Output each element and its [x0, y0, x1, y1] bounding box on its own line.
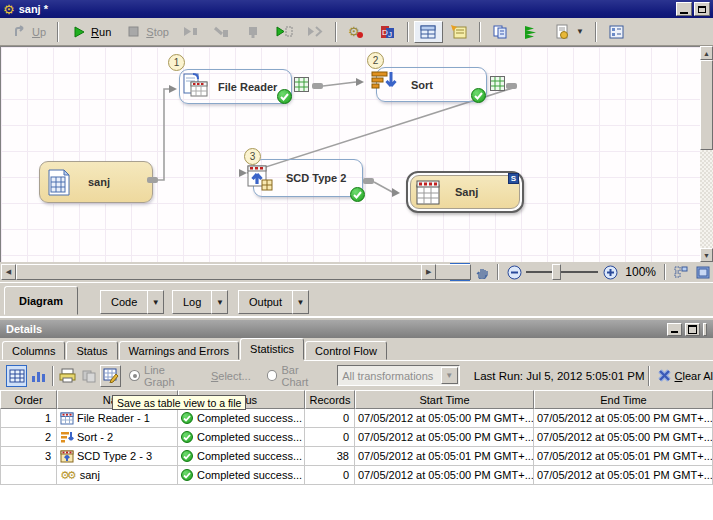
save-table-view-button[interactable]: [100, 365, 121, 387]
schedule-button[interactable]: ⚙: [342, 21, 371, 43]
scroll-up-button[interactable]: ▲: [700, 46, 713, 60]
pan-hand-button[interactable]: [472, 263, 492, 281]
clear-all-button[interactable]: Clear Al: [658, 369, 713, 382]
zoom-out-button[interactable]: [504, 263, 524, 281]
tab-control-flow[interactable]: Control Flow: [305, 341, 387, 360]
tab-warnings-and-errors[interactable]: Warnings and Errors: [119, 341, 239, 360]
copy-report-button[interactable]: [486, 21, 515, 43]
sort-row-icon: [60, 431, 74, 444]
properties-button[interactable]: [602, 21, 631, 43]
tab-diagram[interactable]: Diagram: [4, 286, 78, 315]
tab-code[interactable]: Code: [100, 290, 148, 314]
zoom-slider[interactable]: [526, 263, 598, 281]
fit-to-window-button[interactable]: [693, 263, 713, 281]
statistics-toolbar: Line Graph Select... Bar Chart All trans…: [0, 360, 713, 390]
copy-button[interactable]: [78, 365, 99, 387]
new-note-icon: [451, 24, 468, 40]
diagram-horizontal-scrollbar[interactable]: ◀ ▶: [1, 264, 436, 280]
node-order-badge: 3: [244, 148, 261, 165]
details-panel-header[interactable]: Details: [0, 318, 713, 338]
scd-row-icon: [60, 450, 74, 463]
col-records[interactable]: Records: [305, 390, 355, 409]
horizontal-scroll-thumb[interactable]: [16, 264, 471, 280]
tab-status[interactable]: Status: [66, 341, 117, 360]
overview-button[interactable]: [671, 263, 691, 281]
tab-columns[interactable]: Columns: [2, 341, 65, 360]
line-graph-label: Line Graph: [144, 364, 197, 388]
table-row[interactable]: 3 SCD Type 2 - 3 Completed success... 38…: [0, 447, 713, 466]
step-over-icon: [183, 24, 200, 40]
run-button[interactable]: Run: [64, 21, 117, 43]
file-reader-icon: [183, 72, 209, 99]
tab-output[interactable]: Output: [238, 290, 293, 314]
table-row[interactable]: ⚙⚙ sanj Completed success... 0 07/05/201…: [0, 466, 713, 485]
export-dropdown-caret[interactable]: ▼: [576, 27, 584, 36]
col-end-time[interactable]: End Time: [534, 390, 713, 409]
schedule-gear-icon: ⚙: [348, 24, 365, 40]
node-label: File Reader: [214, 81, 277, 93]
details-close-button[interactable]: [703, 323, 707, 336]
transformations-dropdown[interactable]: All transformations ▼: [337, 365, 460, 386]
details-maximize-button[interactable]: [685, 323, 700, 336]
details-minimize-button[interactable]: [667, 323, 682, 336]
target-table-icon: [416, 180, 441, 206]
run-parallel-button[interactable]: [517, 21, 546, 43]
node-order-badge: 2: [367, 52, 384, 69]
run-selected-button[interactable]: [270, 21, 299, 43]
stop-button[interactable]: Stop: [119, 21, 175, 43]
zoom-in-button[interactable]: [600, 263, 620, 281]
col-start-time[interactable]: Start Time: [355, 390, 534, 409]
grid-view-button[interactable]: [414, 21, 443, 43]
tab-code-dropdown[interactable]: ▼: [147, 290, 164, 314]
print-button[interactable]: [57, 365, 78, 387]
tab-log-dropdown[interactable]: ▼: [211, 290, 228, 314]
tab-statistics[interactable]: Statistics: [240, 338, 304, 360]
minimize-button[interactable]: [676, 2, 692, 16]
view-tab-bar: Diagram Code ▼ Log ▼ Output ▼: [0, 282, 713, 316]
bar-chart-radio[interactable]: [267, 370, 278, 381]
diagram-canvas[interactable]: File Reader 1 Sort 2 SCD Type 2 3: [0, 46, 700, 262]
table-row[interactable]: 1 File Reader - 1 Completed success... 0…: [0, 409, 713, 428]
scroll-left-button[interactable]: ◀: [1, 264, 16, 280]
save-button-tooltip: Save as table view to a file: [112, 395, 246, 410]
table-row[interactable]: 2 Sort - 2 Completed success... 0 07/05/…: [0, 428, 713, 447]
status-check-icon: [181, 469, 193, 481]
line-graph-radio[interactable]: [129, 370, 140, 381]
step-return-button[interactable]: [239, 21, 268, 43]
restore-button[interactable]: [694, 2, 710, 16]
details-title: Details: [6, 323, 42, 335]
step-into-button[interactable]: [208, 21, 237, 43]
vertical-scroll-track[interactable]: [700, 150, 713, 248]
vertical-scroll-thumb[interactable]: [700, 60, 713, 150]
deploy-icon: DJ: [379, 24, 396, 40]
diagram-vertical-scrollbar[interactable]: ▲ ▼: [700, 46, 713, 262]
step-continue-button[interactable]: [301, 21, 330, 43]
scroll-right-button[interactable]: ▶: [421, 264, 436, 280]
details-tab-bar: Columns Status Warnings and Errors Stati…: [0, 338, 713, 360]
step-over-button[interactable]: [177, 21, 206, 43]
zoom-slider-thumb[interactable]: [552, 264, 561, 280]
statistics-table: Order Name Status Records Start Time End…: [0, 390, 713, 485]
job-gear-icon: ⚙: [3, 3, 15, 16]
node-label: sanj: [84, 176, 110, 188]
zoom-controls: 100%: [450, 263, 713, 281]
zoom-percent: 100%: [622, 265, 659, 279]
title-bar: ⚙ sanj *: [0, 0, 713, 18]
output-port-icon[interactable]: [294, 77, 309, 92]
tab-output-dropdown[interactable]: ▼: [292, 290, 309, 314]
step-continue-icon: [307, 24, 324, 40]
output-port-icon[interactable]: [490, 76, 505, 91]
table-view-button[interactable]: [6, 365, 27, 387]
deploy-button[interactable]: DJ: [373, 21, 402, 43]
export-document-icon: [554, 24, 571, 40]
export-code-button[interactable]: ▼: [548, 21, 590, 43]
col-order[interactable]: Order: [0, 390, 57, 409]
up-button[interactable]: Up: [5, 21, 52, 43]
select-link[interactable]: Select...: [211, 370, 251, 382]
chart-view-button[interactable]: [27, 365, 48, 387]
tab-log[interactable]: Log: [172, 290, 212, 314]
new-note-button[interactable]: [445, 21, 474, 43]
scroll-down-button[interactable]: ▼: [700, 248, 713, 262]
run-selected-icon: [276, 24, 293, 40]
success-check-icon: [471, 88, 486, 103]
